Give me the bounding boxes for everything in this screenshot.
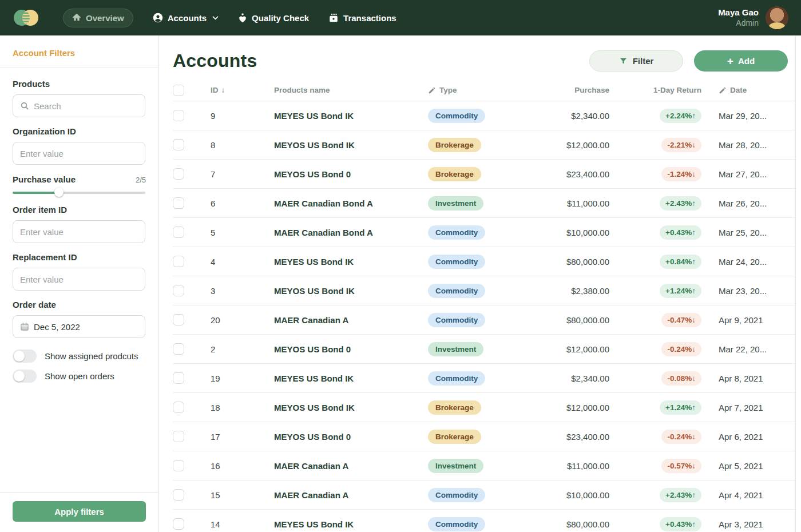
row-checkbox[interactable] <box>173 197 184 209</box>
cell-date: Apr 4, 2021 <box>701 490 786 500</box>
add-button-label: Add <box>738 56 755 66</box>
filter-button-label: Filter <box>633 56 654 66</box>
cell-product-name: MEYOS US Bond 0 <box>274 344 428 354</box>
row-checkbox[interactable] <box>173 256 184 267</box>
type-badge: Commodity <box>428 255 485 269</box>
table-row[interactable]: 6 MAER Canadian Bond A Investment $11,00… <box>173 189 801 218</box>
cell-purchase: $10,000.00 <box>539 490 609 500</box>
table-row[interactable]: 9 MEYES US Bond IK Commodity $2,340.00 +… <box>173 101 801 130</box>
purchase-value-slider[interactable] <box>13 188 145 197</box>
user-block[interactable]: Maya Gao Admin <box>718 6 788 29</box>
nav-item-accounts[interactable]: Accounts <box>153 13 219 23</box>
table-row[interactable]: 20 MAER Canadian A Commodity $80,000.00 … <box>173 305 801 335</box>
scrollbar-gutter[interactable] <box>795 35 801 532</box>
sort-desc-icon[interactable]: ↓ <box>221 86 225 94</box>
table-row[interactable]: 8 MEYOS US Bond IK Brokerage $12,000.00 … <box>173 130 801 160</box>
row-checkbox[interactable] <box>173 227 184 238</box>
table-row[interactable]: 17 MEYOS US Bond 0 Brokerage $23,400.00 … <box>173 422 801 451</box>
table-row[interactable]: 3 MEYOS US Bond IK Commodity $2,380.00 +… <box>173 276 801 305</box>
cell-type: Brokerage <box>428 138 539 152</box>
type-badge: Brokerage <box>428 400 481 415</box>
table-row[interactable]: 2 MEYOS US Bond 0 Investment $12,000.00 … <box>173 335 801 364</box>
header-purchase[interactable]: Purchase <box>539 86 609 94</box>
purchase-value-count: 2/5 <box>136 176 146 184</box>
organization-id-input[interactable] <box>20 149 138 158</box>
replacement-id-field[interactable] <box>13 268 145 291</box>
row-checkbox[interactable] <box>173 431 184 442</box>
header-return[interactable]: 1-Day Return <box>609 86 701 94</box>
cell-type: Commodity <box>428 517 539 531</box>
cell-purchase: $80,000.00 <box>539 519 609 529</box>
nav-item-transactions[interactable]: Transactions <box>328 13 396 23</box>
table-row[interactable]: 15 MAER Canadian A Commodity $10,000.00 … <box>173 481 801 510</box>
table-row[interactable]: 16 MAER Canadian A Investment $11,000.00… <box>173 451 801 481</box>
return-pill: -0.47%↓ <box>661 313 701 327</box>
header-date[interactable]: Date <box>701 86 786 94</box>
table-row[interactable]: 4 MEYES US Bond IK Commodity $80,000.00 … <box>173 247 801 276</box>
order-item-id-field[interactable] <box>13 220 145 243</box>
cell-product-name: MAER Canadian A <box>274 315 428 325</box>
row-checkbox-cell <box>173 110 201 121</box>
row-checkbox[interactable] <box>173 518 184 530</box>
row-checkbox[interactable] <box>173 372 184 384</box>
cell-id: 9 <box>201 111 274 121</box>
order-item-id-input[interactable] <box>20 227 138 237</box>
table-row[interactable]: 5 MAER Canadian Bond A Commodity $10,000… <box>173 218 801 247</box>
organization-id-label: Organization ID <box>13 126 146 136</box>
row-checkbox[interactable] <box>173 110 184 121</box>
slider-fill <box>13 192 59 194</box>
cell-id: 8 <box>201 140 274 150</box>
table-row[interactable]: 14 MEYES US Bond IK Commodity $80,000.00… <box>173 510 801 532</box>
return-pill: -2.21%↓ <box>661 138 701 152</box>
header-type[interactable]: Type <box>428 86 539 94</box>
add-button[interactable]: + Add <box>694 50 788 72</box>
table-row[interactable]: 7 MEYOS US Bond 0 Brokerage $23,400.00 -… <box>173 160 801 189</box>
avatar[interactable] <box>766 6 788 29</box>
cell-product-name: MEYES US Bond IK <box>274 374 428 383</box>
header-checkbox-cell <box>173 85 201 96</box>
row-checkbox[interactable] <box>173 402 184 413</box>
row-checkbox[interactable] <box>173 139 184 150</box>
return-pill: -0.08%↓ <box>661 371 701 386</box>
nav-item-overview[interactable]: Overview <box>63 9 133 27</box>
show-assigned-products-toggle[interactable] <box>13 350 37 363</box>
replacement-id-input[interactable] <box>20 275 138 284</box>
row-checkbox[interactable] <box>173 314 184 325</box>
type-badge: Commodity <box>428 488 485 502</box>
table-header-row: ID↓ Products name Type Purchase 1-Day Re… <box>173 80 801 101</box>
header-id[interactable]: ID↓ <box>201 86 274 94</box>
filter-button[interactable]: Filter <box>589 50 683 72</box>
row-checkbox[interactable] <box>173 489 184 501</box>
nav-item-quality-check[interactable]: Quality Check <box>238 13 309 23</box>
brand-logo[interactable] <box>13 8 40 27</box>
row-checkbox-cell <box>173 314 201 325</box>
cell-date: Mar 25, 20... <box>701 228 786 237</box>
cell-id: 15 <box>201 490 274 500</box>
cell-date: Mar 22, 20... <box>701 344 786 354</box>
products-search-field[interactable] <box>13 94 145 117</box>
cell-type: Investment <box>428 459 539 473</box>
cell-return: -2.21%↓ <box>609 138 701 152</box>
table-row[interactable]: 19 MEYES US Bond IK Commodity $2,340.00 … <box>173 364 801 393</box>
return-pill: -0.57%↓ <box>661 459 701 473</box>
row-checkbox[interactable] <box>173 168 184 180</box>
type-badge: Commodity <box>428 517 485 531</box>
slider-thumb[interactable] <box>54 188 64 197</box>
table-row[interactable]: 18 MEYOS US Bond IK Brokerage $12,000.00… <box>173 393 801 422</box>
cell-id: 6 <box>201 198 274 208</box>
cell-date: Mar 23, 20... <box>701 286 786 296</box>
row-checkbox[interactable] <box>173 343 184 355</box>
header-product[interactable]: Products name <box>274 86 428 94</box>
order-date-field[interactable]: Dec 5, 2022 <box>13 315 145 338</box>
cell-id: 3 <box>201 286 274 296</box>
show-open-orders-toggle[interactable] <box>13 370 37 383</box>
search-input[interactable] <box>34 101 138 111</box>
row-checkbox[interactable] <box>173 285 184 296</box>
select-all-checkbox[interactable] <box>173 85 184 96</box>
cell-purchase: $2,340.00 <box>539 111 609 121</box>
row-checkbox[interactable] <box>173 460 184 471</box>
row-checkbox-cell <box>173 431 201 442</box>
organization-id-field[interactable] <box>13 142 145 165</box>
apply-filters-button[interactable]: Apply filters <box>13 501 146 522</box>
cell-date: Mar 24, 20... <box>701 257 786 267</box>
